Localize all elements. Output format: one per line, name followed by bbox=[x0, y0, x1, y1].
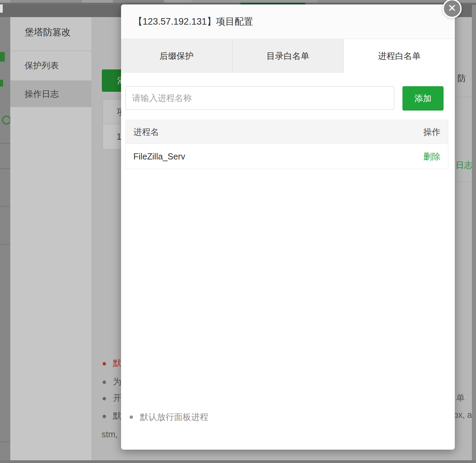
tab-process-whitelist[interactable]: 进程白名单 bbox=[344, 39, 455, 73]
bullet-dot-red bbox=[103, 362, 106, 365]
project-config-modal: 【123.57.192.131】项目配置 后缀保护 目录白名单 进程白名单 添加… bbox=[121, 4, 455, 450]
close-button[interactable]: ✕ bbox=[442, 0, 462, 18]
footnote-text: 默认放行面板进程 bbox=[140, 411, 208, 423]
page-corner-sliver bbox=[0, 4, 3, 13]
sidebar-item-operation-log[interactable]: 操作日志 bbox=[10, 80, 91, 107]
page-top-bar bbox=[0, 0, 476, 3]
clipped-green-ring-icon bbox=[2, 116, 10, 125]
background-note-fragment: 默 bbox=[113, 357, 121, 369]
background-toolbar-label-fragment: 防 bbox=[458, 73, 466, 84]
bullet-dot bbox=[103, 381, 106, 384]
tab-directory-whitelist[interactable]: 目录白名单 bbox=[233, 39, 344, 73]
modal-title: 【123.57.192.131】项目配置 bbox=[133, 15, 253, 28]
background-note-fragment: 开 bbox=[113, 392, 121, 403]
modal-header: 【123.57.192.131】项目配置 bbox=[121, 4, 455, 39]
row-divider bbox=[0, 206, 10, 207]
top-bar-segment bbox=[164, 0, 191, 3]
row-divider bbox=[0, 168, 10, 169]
column-process-name: 进程名 bbox=[133, 126, 159, 138]
background-note-fragment: 默 bbox=[113, 410, 121, 421]
add-process-button[interactable]: 添加 bbox=[402, 86, 444, 111]
tab-suffix-protection[interactable]: 后缀保护 bbox=[121, 39, 233, 73]
background-log-link[interactable]: 日志 | bbox=[455, 159, 472, 171]
page-bottom-edge bbox=[0, 460, 476, 463]
modal-tab-bar: 后缀保护 目录白名单 进程白名单 bbox=[121, 39, 455, 73]
screenshot-root: 堡塔防篡改 保护列表 操作日志 添加 防 项目 123 日志 | 默 为 开 默… bbox=[0, 0, 476, 463]
row-divider bbox=[0, 441, 10, 442]
background-note-wrap-right: 单 bbox=[456, 392, 465, 403]
page-left-edge bbox=[0, 17, 10, 460]
bullet-dot bbox=[103, 397, 106, 400]
row-divider bbox=[0, 244, 10, 245]
sidebar-item-protection-list[interactable]: 保护列表 bbox=[10, 51, 91, 80]
column-action: 操作 bbox=[423, 126, 440, 138]
bullet-dot bbox=[103, 415, 106, 418]
modal-footnote: 默认放行面板进程 bbox=[130, 411, 208, 423]
top-bar-segment bbox=[113, 0, 164, 3]
modal-surface: 【123.57.192.131】项目配置 后缀保护 目录白名单 进程白名单 添加… bbox=[121, 4, 455, 450]
plugin-title: 堡塔防篡改 bbox=[25, 26, 71, 38]
page-right-edge bbox=[472, 5, 476, 463]
close-icon: ✕ bbox=[448, 3, 456, 13]
background-note-fragment: 为 bbox=[113, 376, 121, 387]
process-name-input[interactable] bbox=[125, 86, 394, 110]
row-divider bbox=[0, 143, 10, 144]
delete-link[interactable]: 删除 bbox=[423, 151, 440, 162]
plugin-sidebar: 堡塔防篡改 保护列表 操作日志 bbox=[10, 17, 91, 460]
bullet-dot bbox=[130, 415, 133, 419]
process-whitelist-table: 进程名 操作 FileZilla_Serv 删除 bbox=[125, 120, 448, 169]
clipped-green-text bbox=[0, 80, 3, 87]
table-header-row: 进程名 操作 bbox=[126, 120, 448, 144]
top-bar-segment bbox=[10, 0, 82, 3]
process-name-cell: FileZilla_Serv bbox=[133, 152, 185, 162]
background-note-wrap-left: stm, bbox=[102, 429, 118, 439]
clipped-green-text bbox=[0, 52, 5, 62]
table-row: FileZilla_Serv 删除 bbox=[126, 144, 448, 169]
background-note-wrap-right: px, ax bbox=[453, 410, 472, 420]
